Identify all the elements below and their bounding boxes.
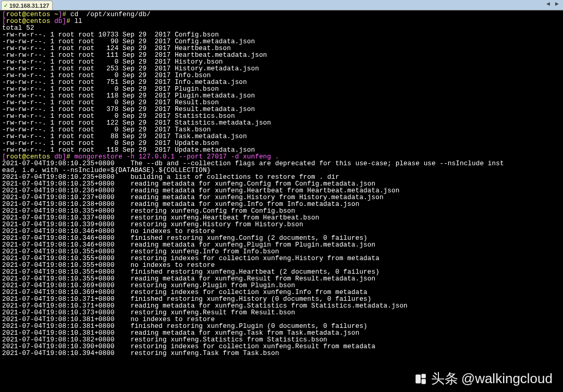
watermark-icon <box>413 372 428 386</box>
tab-prev-icon[interactable]: ◀ <box>544 1 552 7</box>
tab-next-icon[interactable]: ▶ <box>553 1 561 7</box>
prompt-line: [root@centos db]# ll <box>2 18 561 25</box>
svg-rect-0 <box>415 374 421 383</box>
session-tab[interactable]: ✓ 192.168.31.127 <box>1 1 53 10</box>
watermark: 头条 @walkingcloud <box>413 370 553 388</box>
prompt-line: [root@centos ~]# cd /opt/xunfeng/db/ <box>2 11 561 18</box>
svg-rect-2 <box>421 379 425 384</box>
watermark-handle: @walkingcloud <box>461 371 553 387</box>
log-line: 2021-07-04T19:08:10.394+0800 restoring x… <box>2 350 561 357</box>
terminal-output[interactable]: [root@centos ~]# cd /opt/xunfeng/db/[roo… <box>0 10 563 358</box>
tab-label: 192.168.31.127 <box>9 3 49 9</box>
watermark-prefix: 头条 <box>431 370 458 388</box>
tab-bar: ✓ 192.168.31.127 ◀ ▶ <box>0 0 563 10</box>
check-icon: ✓ <box>4 3 8 8</box>
svg-rect-1 <box>421 374 425 378</box>
tab-controls: ◀ ▶ <box>544 1 561 7</box>
